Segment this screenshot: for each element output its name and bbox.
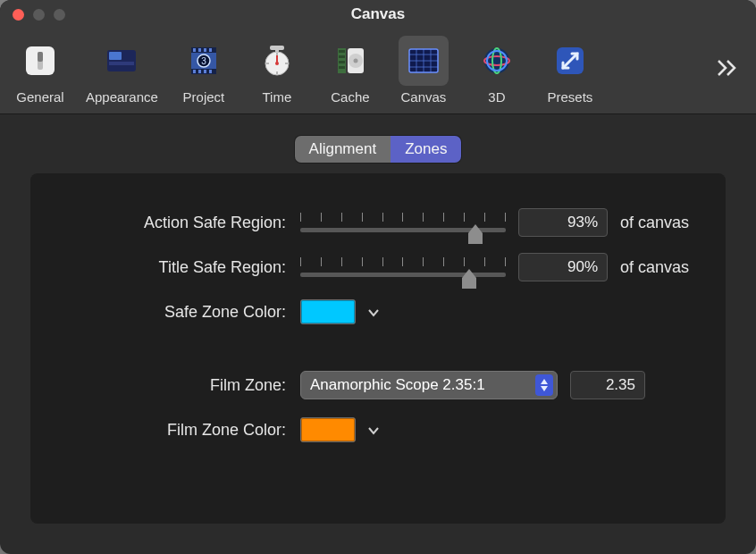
title-safe-slider[interactable] [300, 255, 506, 280]
canvas-icon [399, 36, 449, 86]
action-safe-label: Action Safe Region: [57, 214, 290, 232]
cache-icon [325, 36, 375, 86]
svg-rect-11 [204, 48, 206, 52]
safe-zone-color-popup-button[interactable] [368, 305, 379, 320]
toolbar-item-canvas[interactable]: Canvas [396, 36, 451, 105]
window-controls [13, 9, 65, 21]
popup-stepper-icon [535, 374, 553, 396]
zoom-window-button[interactable] [54, 9, 65, 21]
svg-rect-2 [38, 52, 43, 62]
appearance-icon [97, 36, 147, 86]
svg-rect-4 [109, 52, 122, 60]
svg-rect-10 [198, 48, 201, 52]
svg-marker-50 [541, 379, 548, 384]
preferences-toolbar: General Appearance [0, 29, 756, 114]
toolbar-item-time[interactable]: Time [249, 36, 305, 105]
general-icon [15, 36, 65, 86]
time-icon [252, 36, 302, 86]
svg-point-44 [484, 48, 509, 73]
slider-thumb[interactable] [462, 269, 476, 289]
svg-point-35 [353, 59, 357, 63]
svg-rect-13 [193, 70, 196, 73]
svg-rect-30 [339, 55, 345, 58]
safe-zone-color-well[interactable] [300, 299, 356, 324]
action-safe-row: Action Safe Region: 93% of canvas [57, 206, 699, 239]
title-safe-label: Title Safe Region: [57, 258, 290, 277]
title-safe-value-field[interactable]: 90% [518, 253, 608, 281]
toolbar-label: Project [183, 89, 225, 105]
svg-rect-16 [209, 70, 212, 73]
close-window-button[interactable] [13, 9, 24, 21]
svg-rect-19 [270, 46, 284, 50]
film-zone-popup-label: Anamorphic Scope 2.35:1 [310, 376, 485, 394]
project-icon: 3 [179, 36, 229, 86]
toolbar-label: Presets [547, 89, 592, 105]
film-zone-ratio-field[interactable]: 2.35 [570, 371, 645, 399]
action-safe-slider[interactable] [300, 210, 506, 235]
film-zone-row: Film Zone: Anamorphic Scope 2.35:1 2.35 [57, 368, 699, 402]
film-zone-color-row: Film Zone Color: [57, 413, 699, 447]
toolbar-label: Cache [331, 89, 369, 105]
titlebar: Canvas [0, 0, 756, 29]
toolbar-item-presets[interactable]: Presets [542, 36, 598, 105]
alignment-zones-segmented: Alignment Zones [295, 136, 462, 163]
svg-point-27 [275, 62, 279, 65]
action-safe-value-field[interactable]: 93% [518, 208, 608, 237]
toolbar-label: 3D [488, 89, 505, 105]
svg-rect-12 [209, 48, 212, 52]
presets-icon [545, 36, 595, 86]
toolbar-item-general[interactable]: General [13, 36, 68, 105]
title-safe-suffix: of canvas [620, 258, 689, 277]
safe-zone-color-row: Safe Zone Color: [57, 295, 699, 329]
svg-marker-51 [541, 386, 548, 391]
segment-alignment[interactable]: Alignment [295, 136, 391, 163]
toolbar-item-3d[interactable]: 3D [469, 36, 525, 105]
subtab-row: Alignment Zones [0, 114, 756, 173]
svg-rect-9 [193, 48, 196, 52]
toolbar-overflow-button[interactable] [717, 59, 740, 77]
svg-rect-14 [198, 70, 201, 73]
film-zone-color-well[interactable] [300, 417, 356, 442]
toolbar-item-appearance[interactable]: Appearance [86, 36, 158, 105]
svg-rect-5 [109, 62, 134, 65]
film-zone-color-popup-button[interactable] [368, 423, 379, 438]
svg-rect-29 [339, 50, 345, 53]
toolbar-label: Appearance [86, 89, 158, 105]
minimize-window-button[interactable] [33, 9, 45, 21]
toolbar-label: Canvas [400, 89, 446, 105]
svg-rect-32 [339, 66, 345, 69]
slider-thumb[interactable] [468, 224, 483, 244]
toolbar-item-cache[interactable]: Cache [323, 36, 378, 105]
window-title: Canvas [351, 5, 405, 23]
svg-text:3: 3 [201, 56, 206, 66]
preferences-window: Canvas General Appearance [0, 0, 756, 554]
toolbar-label: Time [263, 89, 292, 105]
film-zone-label: Film Zone: [57, 376, 290, 395]
zones-panel: Action Safe Region: 93% of canvas Title … [30, 173, 726, 524]
3d-icon [472, 36, 522, 86]
title-safe-row: Title Safe Region: 90% of canvas [57, 250, 699, 284]
film-zone-color-label: Film Zone Color: [57, 421, 290, 440]
svg-rect-15 [204, 70, 206, 73]
toolbar-label: General [16, 89, 63, 105]
safe-zone-color-label: Safe Zone Color: [57, 303, 290, 322]
film-zone-popup[interactable]: Anamorphic Scope 2.35:1 [300, 371, 558, 399]
action-safe-suffix: of canvas [620, 214, 689, 232]
svg-rect-31 [339, 61, 345, 63]
toolbar-item-project[interactable]: 3 Project [176, 36, 231, 105]
segment-zones[interactable]: Zones [391, 136, 461, 163]
